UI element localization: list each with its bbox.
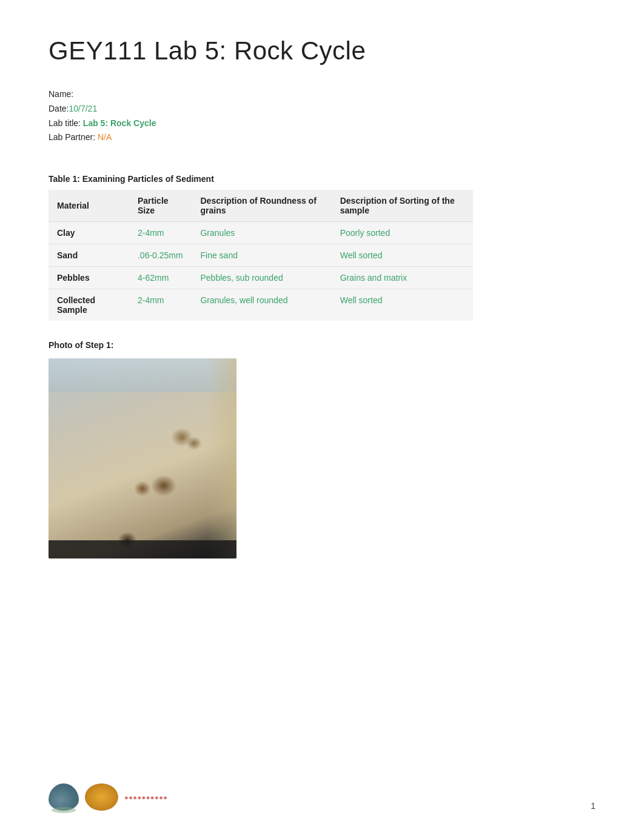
table-row: Pebbles4-62mmPebbles, sub roundedGrains … [49, 267, 473, 289]
cell-particle-size: 4-62mm [129, 267, 192, 289]
cell-sorting: Well sorted [332, 289, 473, 321]
photo-bottom-area [49, 540, 236, 558]
cell-material: Sand [49, 244, 129, 267]
cell-sorting: Well sorted [332, 244, 473, 267]
cell-roundness: Fine sand [192, 244, 331, 267]
lab-title-line: Lab title: Lab 5: Rock Cycle [49, 116, 595, 131]
col-header-material: Material [49, 190, 129, 222]
table-row: Collected Sample2-4mmGranules, well roun… [49, 289, 473, 321]
cell-material: Collected Sample [49, 289, 129, 321]
photo-label: Photo of Step 1: [49, 340, 595, 350]
cell-particle-size: .06-0.25mm [129, 244, 192, 267]
name-label: Name: [49, 89, 73, 99]
col-header-sorting: Description of Sorting of the sample [332, 190, 473, 222]
lab-title-label: Lab title: [49, 118, 81, 128]
cell-roundness: Granules, well rounded [192, 289, 331, 321]
lab-partner-value: N/A [98, 132, 112, 142]
lab-partner-line: Lab Partner: N/A [49, 130, 595, 145]
footer-image-1 [49, 783, 79, 811]
cell-roundness: Pebbles, sub rounded [192, 267, 331, 289]
page-title: GEY111 Lab 5: Rock Cycle [49, 36, 595, 65]
table-row: Clay2-4mmGranulesPoorly sorted [49, 222, 473, 244]
footer-text: ●●●●●●●●●● [124, 794, 167, 801]
date-value: 10/7/21 [69, 104, 97, 113]
cell-sorting: Poorly sorted [332, 222, 473, 244]
table-row: Sand.06-0.25mmFine sandWell sorted [49, 244, 473, 267]
col-header-roundness: Description of Roundness of grains [192, 190, 331, 222]
photo-step1 [49, 358, 236, 558]
cell-material: Pebbles [49, 267, 129, 289]
cell-particle-size: 2-4mm [129, 222, 192, 244]
sediment-table: Material Particle Size Description of Ro… [49, 190, 473, 321]
footer-images: ●●●●●●●●●● [49, 783, 167, 811]
lab-partner-label: Lab Partner: [49, 132, 95, 142]
col-header-particle-size: Particle Size [129, 190, 192, 222]
name-line: Name: [49, 87, 595, 102]
table-title: Table 1: Examining Particles of Sediment [49, 174, 595, 184]
cell-material: Clay [49, 222, 129, 244]
date-label: Date: [49, 104, 69, 113]
date-line: Date:10/7/21 [49, 102, 595, 116]
page-number: 1 [591, 801, 595, 811]
cell-particle-size: 2-4mm [129, 289, 192, 321]
meta-block: Name: Date:10/7/21 Lab title: Lab 5: Roc… [49, 87, 595, 145]
cell-roundness: Granules [192, 222, 331, 244]
photo-side-area [206, 358, 236, 558]
lab-title-value: Lab 5: Rock Cycle [83, 118, 156, 128]
cell-sorting: Grains and matrix [332, 267, 473, 289]
footer-image-2 [85, 783, 118, 811]
